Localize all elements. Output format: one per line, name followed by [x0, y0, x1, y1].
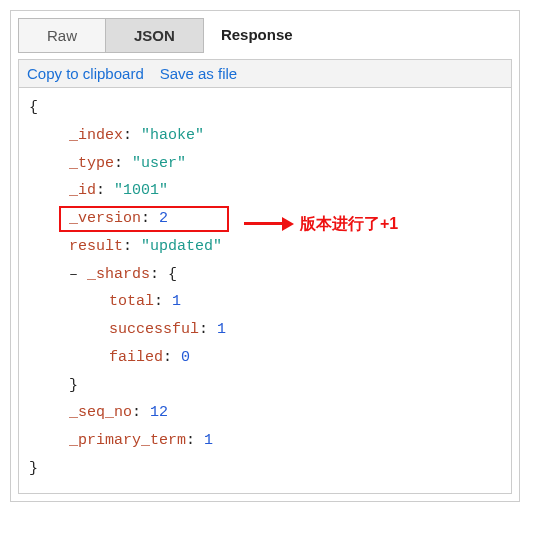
json-row-seqno: _seq_no: 12: [29, 399, 501, 427]
response-label: Response: [203, 18, 311, 53]
json-row-successful: successful: 1: [29, 316, 501, 344]
tab-bar: Raw JSON Response: [18, 18, 512, 53]
json-row-shards[interactable]: – _shards: {: [29, 261, 501, 289]
collapse-toggle-icon[interactable]: –: [69, 266, 78, 283]
json-row-index: _index: "haoke": [29, 122, 501, 150]
json-row-type: _type: "user": [29, 150, 501, 178]
tab-json[interactable]: JSON: [105, 18, 204, 53]
save-as-file-link[interactable]: Save as file: [160, 65, 238, 82]
json-row-primary-term: _primary_term: 1: [29, 427, 501, 455]
json-row-id: _id: "1001": [29, 177, 501, 205]
json-open-brace: {: [29, 94, 501, 122]
json-row-result: result: "updated": [29, 233, 501, 261]
response-panel: Raw JSON Response Copy to clipboard Save…: [10, 10, 520, 502]
json-shards-close: }: [29, 372, 501, 400]
json-row-failed: failed: 0: [29, 344, 501, 372]
json-row-total: total: 1: [29, 288, 501, 316]
json-close-brace: }: [29, 455, 501, 483]
copy-to-clipboard-link[interactable]: Copy to clipboard: [27, 65, 144, 82]
json-row-version: _version: 2 版本进行了+1: [29, 205, 501, 233]
tab-raw[interactable]: Raw: [18, 18, 106, 53]
json-body: { _index: "haoke" _type: "user" _id: "10…: [18, 87, 512, 494]
action-bar: Copy to clipboard Save as file: [18, 59, 512, 87]
